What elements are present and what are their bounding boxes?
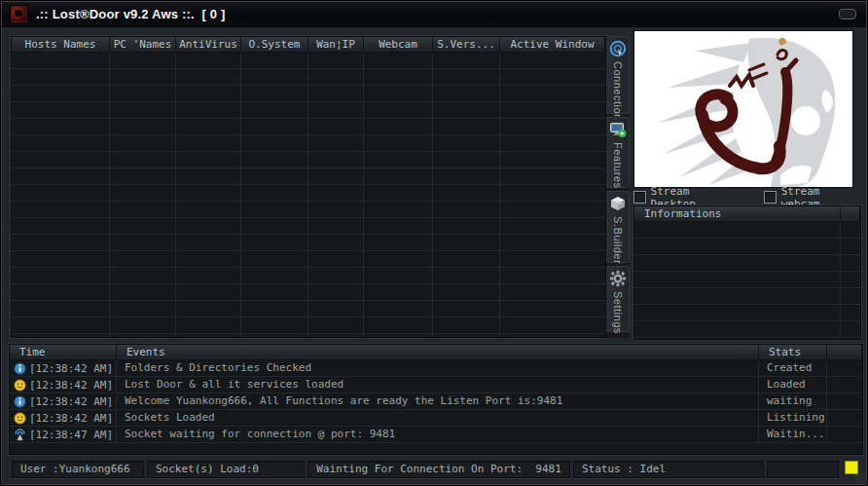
event-log-body: [12:38:42 AM] Folders & Directories Chec… — [10, 360, 862, 454]
tab-features[interactable]: Features — [606, 117, 630, 188]
column-pc-names[interactable]: PC 'Names — [110, 37, 176, 53]
hosts-table: Hosts Names PC 'Names AntiVirus O.System… — [11, 36, 606, 338]
tab-settings[interactable]: Settings — [606, 266, 630, 332]
stream-options-row: Stream Desktop Stream webcam — [633, 190, 861, 205]
app-icon — [10, 5, 28, 23]
title-bar[interactable]: .:: Lost®Door v9.2 Aws ::. [ 0 ] — [2, 2, 866, 27]
informations-panel: Informations — [633, 206, 861, 340]
log-column-extra[interactable] — [827, 345, 862, 360]
checkbox-box — [764, 191, 777, 204]
connection-indicator — [845, 461, 858, 474]
window-title: .:: Lost®Door v9.2 Aws ::. [ 0 ] — [36, 7, 226, 21]
log-event: Folders & Directories Checked — [117, 360, 759, 377]
column-webcam[interactable]: Webcam — [364, 37, 433, 53]
log-row[interactable]: [12:38:42 AM] Welcome Yuankong666, All F… — [10, 393, 862, 410]
informations-header-extra[interactable] — [841, 206, 860, 222]
informations-body — [634, 222, 860, 339]
resize-grip[interactable] — [855, 473, 865, 483]
calligraphy-artwork — [634, 31, 853, 188]
log-time: [12:38:42 AM] — [29, 361, 113, 377]
smiley-icon — [14, 379, 26, 392]
log-event: Sockets Loaded — [117, 410, 759, 427]
log-stat: Created — [759, 360, 827, 377]
package-icon — [609, 195, 627, 212]
tab-s-builder-label: S.Builder — [612, 216, 624, 264]
column-antivirus[interactable]: AntiVirus — [176, 37, 241, 53]
log-column-events[interactable]: Events — [117, 345, 759, 360]
minimize-button[interactable] — [839, 9, 856, 19]
hosts-table-body — [12, 53, 605, 337]
info-icon — [14, 395, 26, 408]
log-time: [12:38:47 AM] — [29, 428, 113, 443]
logo-image — [633, 30, 853, 188]
log-stat: Waitin... — [759, 427, 827, 443]
log-row[interactable]: [12:38:42 AM] Lost Door & all it service… — [10, 377, 862, 393]
event-log-table: Time Events Stats [12:38:42 AM] Folders … — [9, 344, 863, 455]
info-icon — [14, 362, 26, 375]
smiley-icon — [14, 412, 26, 425]
log-column-time[interactable]: Time — [10, 345, 117, 360]
lost-door-window: .:: Lost®Door v9.2 Aws ::. [ 0 ] Hosts N… — [0, 0, 868, 486]
log-column-stats[interactable]: Stats — [759, 345, 827, 360]
log-time: [12:38:42 AM] — [29, 411, 113, 427]
status-empty-panel — [767, 461, 839, 478]
log-time: [12:38:42 AM] — [29, 378, 113, 393]
log-event: Welcome Yuankong666, All Functions are r… — [117, 393, 759, 410]
column-wan-ip[interactable]: Wan¦IP — [308, 37, 364, 53]
tab-s-builder[interactable]: S.Builder — [606, 191, 630, 263]
status-waiting-port: Wainting For Connection On Port: 9481 — [307, 461, 570, 478]
log-stat: Listining — [759, 410, 827, 427]
checkbox-box — [633, 191, 646, 204]
antenna-icon — [14, 429, 26, 441]
log-row[interactable]: [12:38:42 AM] Folders & Directories Chec… — [10, 360, 862, 377]
sidebar-tabstrip: Connections Features S.Builder — [606, 36, 630, 338]
log-event: Socket waiting for connection @ port: 94… — [117, 427, 759, 443]
tab-features-label: Features — [612, 142, 624, 188]
column-s-version[interactable]: S.Vers... — [433, 37, 500, 53]
column-active-window[interactable]: Active Window — [500, 37, 605, 53]
status-state: Status : Idel — [573, 461, 764, 478]
status-bar: User :Yuankong666 Socket(s) Load:0 Waint… — [2, 458, 866, 481]
log-event: Lost Door & all it services loaded — [117, 377, 759, 393]
informations-header[interactable]: Informations — [634, 206, 841, 222]
log-time: [12:38:42 AM] — [29, 394, 113, 410]
log-row[interactable]: [12:38:42 AM] Sockets Loaded Listining — [10, 410, 862, 427]
gear-icon — [609, 270, 627, 287]
wireless-icon — [609, 40, 627, 57]
tab-connections[interactable]: Connections — [606, 36, 630, 114]
status-sockets: Socket(s) Load:0 — [147, 461, 305, 478]
log-stat: waiting — [759, 393, 827, 410]
hosts-table-header: Hosts Names PC 'Names AntiVirus O.System… — [12, 37, 605, 53]
monitor-plus-icon — [609, 121, 627, 138]
status-user: User :Yuankong666 — [12, 461, 144, 478]
column-o-system[interactable]: O.System — [241, 37, 308, 53]
tab-settings-label: Settings — [612, 291, 624, 334]
column-hosts-names[interactable]: Hosts Names — [12, 37, 110, 53]
log-stat: Loaded — [759, 377, 827, 393]
log-row[interactable]: [12:38:47 AM] Socket waiting for connect… — [10, 427, 862, 443]
